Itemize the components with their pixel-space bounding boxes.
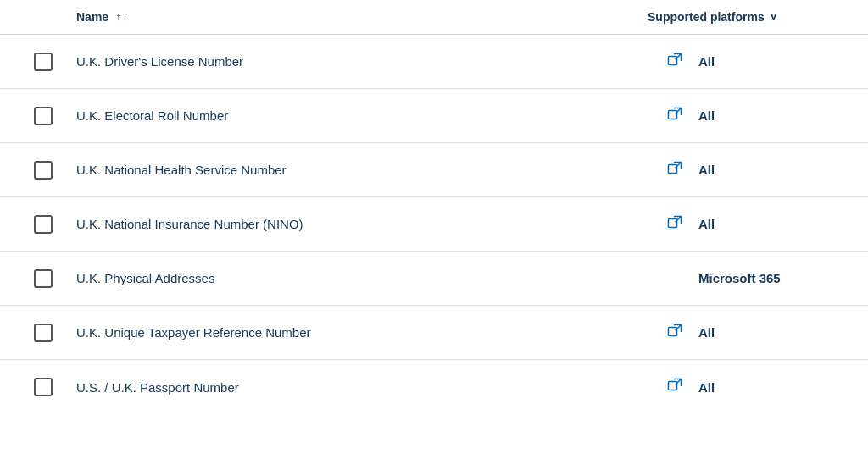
table-row: U.K. Electoral Roll Number All	[0, 89, 868, 143]
row-platforms: All	[698, 217, 834, 231]
table-row: U.K. National Insurance Number (NINO) Al…	[0, 197, 868, 252]
row-name: U.S. / U.K. Passport Number	[76, 380, 665, 395]
row-name: U.K. Electoral Roll Number	[76, 108, 665, 123]
row-name: U.K. Physical Addresses	[76, 271, 665, 285]
row-platforms: All	[698, 163, 834, 177]
row-platforms: All	[698, 380, 834, 395]
row-name: U.K. National Health Service Number	[76, 163, 665, 177]
external-link-icon[interactable]	[665, 161, 685, 180]
svg-rect-5	[669, 382, 677, 390]
table-row: U.K. Unique Taxpayer Reference Number Al…	[0, 306, 868, 360]
row-checkbox[interactable]	[34, 378, 53, 396]
name-header-label: Name	[76, 10, 108, 24]
external-link-icon[interactable]	[665, 107, 685, 125]
svg-rect-0	[669, 56, 677, 64]
svg-rect-1	[669, 110, 677, 119]
row-checkbox[interactable]	[34, 215, 53, 234]
row-checkbox[interactable]	[34, 324, 53, 342]
row-platforms: All	[698, 54, 834, 69]
table-row: U.K. Driver's License Number All	[0, 35, 868, 89]
row-platforms: Microsoft 365	[698, 271, 834, 285]
sort-down-icon[interactable]: ↓	[122, 11, 127, 23]
external-link-icon[interactable]	[665, 53, 685, 71]
row-name: U.K. Unique Taxpayer Reference Number	[76, 325, 665, 340]
external-link-icon[interactable]	[665, 378, 685, 396]
row-checkbox[interactable]	[34, 161, 53, 180]
table-header: Name ↑ ↓ Supported platforms ∨	[0, 0, 868, 35]
table-row: U.K. Physical AddressesMicrosoft 365	[0, 252, 868, 306]
external-link-icon[interactable]	[665, 215, 685, 234]
row-name: U.K. Driver's License Number	[76, 54, 665, 69]
row-platforms: All	[698, 325, 834, 340]
row-platforms: All	[698, 108, 834, 123]
sort-up-icon[interactable]: ↑	[115, 11, 120, 23]
platforms-sort-chevron: ∨	[770, 11, 777, 23]
svg-rect-4	[669, 327, 677, 335]
row-checkbox[interactable]	[34, 53, 53, 71]
sort-icons: ↑ ↓	[115, 11, 127, 23]
row-name: U.K. National Insurance Number (NINO)	[76, 217, 665, 231]
svg-rect-3	[669, 218, 677, 227]
row-checkbox[interactable]	[34, 269, 53, 288]
name-column-header: Name ↑ ↓	[76, 10, 648, 24]
table-row: U.S. / U.K. Passport Number All	[0, 360, 868, 414]
data-table: Name ↑ ↓ Supported platforms ∨ U.K. Driv…	[0, 0, 868, 459]
svg-rect-2	[669, 164, 677, 173]
platforms-column-header[interactable]: Supported platforms ∨	[648, 10, 834, 24]
table-row: U.K. National Health Service Number All	[0, 143, 868, 197]
row-checkbox[interactable]	[34, 107, 53, 125]
platforms-header-label: Supported platforms	[648, 10, 765, 24]
external-link-icon[interactable]	[665, 324, 685, 342]
table-body: U.K. Driver's License Number AllU.K. Ele…	[0, 35, 868, 414]
